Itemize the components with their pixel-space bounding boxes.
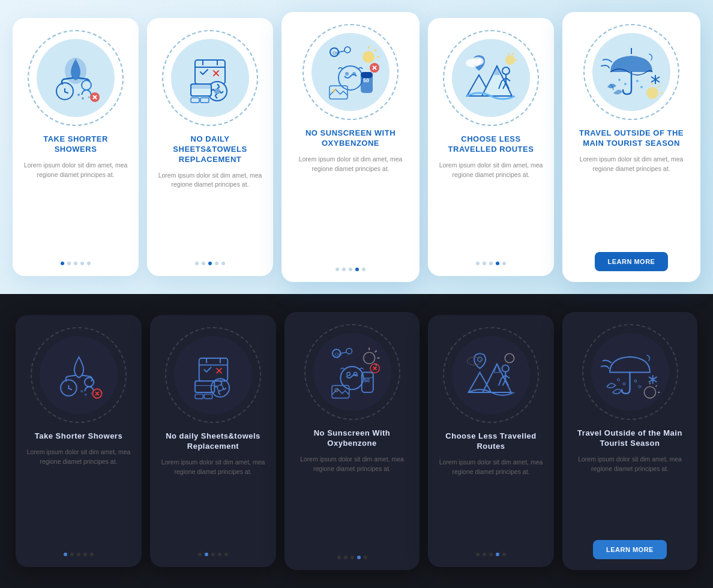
dot[interactable] (215, 262, 218, 265)
dot[interactable] (483, 262, 486, 265)
shower-icon-light (46, 48, 106, 108)
light-section: TAKE SHORTER SHOWERS Lorem ipsum dolor s… (0, 0, 713, 294)
dot[interactable] (211, 553, 215, 556)
svg-line-113 (498, 378, 501, 385)
sunscreen-icon-dark: OH 50 (320, 341, 384, 404)
dot[interactable] (483, 553, 486, 556)
card-routes-dark: Choose Less Travelled Routes Lorem ipsum… (428, 315, 554, 567)
dot[interactable] (489, 262, 493, 265)
sheets-icon-light (180, 48, 240, 108)
dot[interactable] (350, 556, 354, 559)
svg-point-28 (345, 72, 349, 76)
dot[interactable] (502, 262, 506, 265)
dot[interactable] (74, 262, 77, 265)
dot[interactable] (362, 268, 366, 271)
dot[interactable] (83, 553, 87, 556)
svg-point-82 (217, 385, 223, 391)
svg-rect-21 (191, 98, 199, 103)
svg-point-69 (80, 390, 83, 392)
svg-point-57 (646, 87, 658, 99)
dot[interactable] (70, 553, 74, 556)
card-routes-light: CHOOSE LESS TRAVELLED ROUTES Lorem ipsum… (428, 18, 554, 276)
dot[interactable] (208, 262, 212, 265)
sunscreen-icon-light: OH 50 (317, 39, 384, 105)
dot[interactable] (77, 553, 80, 556)
card-sheets-dark: No daily Sheets&towels Replacement Lorem… (150, 315, 276, 567)
card-sunscreen-desc-dark: Lorem ipsum dolor sit dim amet, mea regi… (295, 455, 409, 550)
dot[interactable] (489, 553, 493, 556)
card-shower-dots-light (61, 262, 91, 265)
dot[interactable] (355, 268, 359, 271)
dot[interactable] (357, 556, 361, 559)
dot[interactable] (221, 262, 225, 265)
dot[interactable] (198, 553, 202, 556)
dot[interactable] (205, 553, 208, 556)
dot[interactable] (502, 553, 506, 556)
dot[interactable] (202, 262, 205, 265)
dot[interactable] (80, 262, 84, 265)
svg-point-18 (214, 88, 220, 94)
dot[interactable] (476, 262, 480, 265)
card-season-dark: Travel Outside of the Main Tourist Seaso… (562, 312, 697, 570)
learn-more-button-light[interactable]: LEARN MORE (595, 252, 669, 271)
sheets-icon-dark (185, 347, 242, 404)
illustration-shower-light (28, 30, 124, 126)
svg-line-59 (658, 86, 660, 87)
svg-point-5 (77, 94, 80, 96)
dot[interactable] (224, 553, 228, 556)
dot[interactable] (337, 556, 341, 559)
card-routes-dots-light (476, 262, 506, 265)
dot[interactable] (335, 268, 339, 271)
card-sheets-dots-light (195, 262, 225, 265)
card-shower-title-light: TAKE SHORTER SHOWERS (23, 134, 128, 155)
card-sheets-desc-dark: Lorem ipsum dolor sit dim amet, mea regi… (161, 458, 265, 547)
dot[interactable] (64, 553, 67, 556)
svg-point-125 (623, 382, 625, 385)
card-season-title-dark: Travel Outside of the Main Tourist Seaso… (573, 428, 687, 449)
card-season-desc-dark: Lorem ipsum dolor sit dim amet, mea regi… (573, 455, 687, 534)
learn-more-button-dark[interactable]: LEARN MORE (593, 540, 667, 559)
dot[interactable] (496, 553, 499, 556)
svg-point-25 (344, 47, 350, 53)
shower-icon-dark (50, 347, 107, 404)
svg-rect-32 (361, 72, 373, 78)
svg-rect-20 (191, 84, 211, 89)
season-icon-light (598, 39, 664, 105)
svg-text:OH: OH (332, 50, 340, 56)
card-sunscreen-title-light: NO SUNSCREEN WITH OXYBENZONE (292, 128, 409, 149)
dot[interactable] (87, 262, 91, 265)
dot[interactable] (496, 262, 499, 265)
svg-point-33 (363, 51, 375, 63)
dot[interactable] (344, 556, 347, 559)
svg-point-27 (338, 66, 363, 90)
card-season-desc-light: Lorem ipsum dolor sit dim amet, mea regi… (573, 155, 690, 246)
dot[interactable] (476, 553, 480, 556)
svg-line-111 (502, 380, 505, 386)
svg-point-29 (352, 72, 356, 76)
dot[interactable] (195, 262, 199, 265)
svg-point-61 (618, 79, 621, 81)
dot[interactable] (349, 268, 352, 271)
svg-point-120 (644, 386, 655, 398)
svg-point-124 (618, 379, 620, 381)
dot[interactable] (61, 262, 64, 265)
dot[interactable] (364, 556, 367, 559)
card-routes-title-light: CHOOSE LESS TRAVELLED ROUTES (439, 134, 543, 155)
svg-line-46 (506, 78, 510, 81)
illustration-sheets-light (162, 30, 258, 126)
svg-text:OH: OH (335, 351, 341, 356)
dot[interactable] (342, 268, 346, 271)
card-season-title-light: TRAVEL OUTSIDE OF THE MAIN TOURIST SEASO… (573, 128, 690, 149)
dot[interactable] (67, 262, 71, 265)
card-routes-desc-light: Lorem ipsum dolor sit dim amet, mea regi… (439, 161, 543, 256)
dot[interactable] (90, 553, 94, 556)
card-sunscreen-light: OH 50 (281, 12, 420, 282)
dot[interactable] (218, 553, 221, 556)
card-shower-title-dark: Take Shorter Showers (35, 431, 122, 442)
svg-point-7 (88, 97, 90, 98)
card-season-light: TRAVEL OUTSIDE OF THE MAIN TOURIST SEASO… (562, 12, 700, 282)
svg-point-53 (472, 57, 484, 65)
svg-line-3 (65, 92, 68, 93)
card-sunscreen-dark: OH 50 (284, 312, 420, 570)
svg-line-99 (375, 350, 377, 352)
